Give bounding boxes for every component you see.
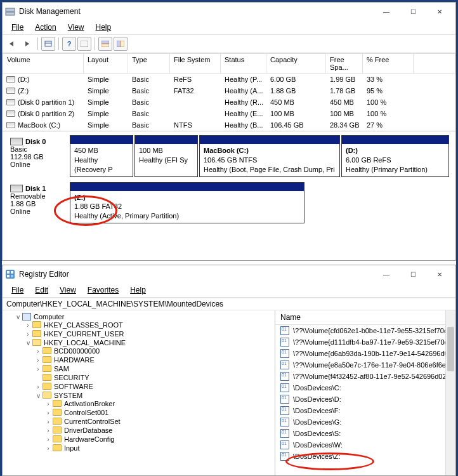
values-scrollbar[interactable]: [445, 310, 455, 475]
registry-values-pane[interactable]: Name \??\Volume{cfd062e1-b0be-11e7-9e55-…: [275, 310, 455, 475]
reg-menu-file[interactable]: File: [6, 284, 29, 296]
volume-row[interactable]: (Z:)SimpleBasicFAT32Healthy (A...1.88 GB…: [3, 85, 455, 96]
disk-management-window: Disk Management — ☐ ✕ File Action View H…: [2, 2, 456, 261]
tree-bcd[interactable]: ›BCD00000000: [34, 347, 273, 355]
registry-value-row[interactable]: \DosDevices\F:: [275, 405, 455, 416]
dm-titlebar[interactable]: Disk Management — ☐ ✕: [3, 3, 455, 20]
tree-hkcu[interactable]: ›HKEY_CURRENT_USER: [24, 329, 273, 338]
registry-value-row[interactable]: \DosDevices\W:: [275, 439, 455, 451]
tree-driverdatabase[interactable]: ›DriverDatabase: [44, 426, 273, 435]
reg-menubar: File Edit View Favorites Help: [3, 283, 455, 298]
tree-hkcr[interactable]: ›HKEY_CLASSES_ROOT: [24, 321, 273, 329]
reg-minimize-button[interactable]: —: [373, 265, 400, 283]
svg-rect-13: [11, 275, 13, 277]
disk-label[interactable]: Disk 1Removable1.88 GBOnline: [6, 182, 70, 224]
reg-titlebar[interactable]: Registry Editor — ☐ ✕: [3, 265, 455, 283]
tree-sam[interactable]: ›SAM: [34, 364, 273, 373]
menu-view[interactable]: View: [63, 22, 89, 33]
svg-rect-8: [121, 41, 124, 47]
maximize-button[interactable]: ☐: [400, 3, 426, 20]
svg-rect-10: [7, 271, 10, 274]
volume-icon: [6, 88, 15, 94]
tree-activationbroker[interactable]: ›ActivationBroker: [44, 399, 273, 408]
toolbar-btn-1[interactable]: [41, 37, 55, 51]
dm-toolbar: ?: [3, 35, 455, 53]
partition[interactable]: MacBook (C:)106.45 GB NTFSHealthy (Boot,…: [199, 135, 340, 177]
registry-value-row[interactable]: \??\Volume{cfd062e1-b0be-11e7-9e55-3215e…: [275, 325, 455, 336]
disk-management-icon: [5, 6, 15, 17]
registry-value-row[interactable]: \??\Volume{d111dfb4-ba97-11e7-9e59-3215e…: [275, 336, 455, 348]
reg-maximize-button[interactable]: ☐: [400, 265, 426, 283]
menu-action[interactable]: Action: [30, 22, 61, 33]
svg-rect-1: [6, 12, 15, 15]
svg-rect-0: [6, 8, 15, 11]
reg-close-button[interactable]: ✕: [426, 265, 453, 283]
reg-menu-help[interactable]: Help: [125, 284, 151, 296]
menu-help[interactable]: Help: [91, 22, 117, 33]
disk-row: Disk 0Basic112.98 GBOnline450 MBHealthy …: [6, 135, 452, 177]
tree-computer[interactable]: ∨Computer ›HKEY_CLASSES_ROOT ›HKEY_CURRE…: [14, 312, 273, 454]
binary-value-icon: [280, 418, 289, 426]
tree-security[interactable]: SECURITY: [34, 373, 273, 382]
name-column-header[interactable]: Name: [275, 310, 455, 325]
binary-value-icon: [280, 372, 289, 381]
disk-icon: [10, 138, 23, 145]
disk-layout-area: Disk 0Basic112.98 GBOnline450 MBHealthy …: [3, 131, 455, 232]
reg-menu-view[interactable]: View: [55, 284, 81, 296]
binary-value-icon: [280, 326, 289, 335]
reg-menu-edit[interactable]: Edit: [30, 284, 53, 296]
volume-icon: [6, 122, 15, 128]
svg-rect-5: [101, 41, 109, 44]
menu-file[interactable]: File: [6, 22, 29, 33]
svg-rect-11: [11, 271, 13, 274]
reg-title: Registry Editor: [19, 270, 373, 279]
reg-menu-favorites[interactable]: Favorites: [82, 284, 124, 296]
volume-icon: [6, 99, 15, 105]
registry-tree[interactable]: ∨Computer ›HKEY_CLASSES_ROOT ›HKEY_CURRE…: [3, 310, 275, 475]
partition[interactable]: (Z:)1.88 GB FAT32Healthy (Active, Primar…: [70, 182, 304, 224]
volume-row[interactable]: (D:)SimpleBasicReFSHealthy (P...6.00 GB1…: [3, 74, 455, 85]
tree-input[interactable]: ›Input: [44, 444, 273, 453]
binary-value-icon: [280, 338, 289, 347]
tree-software[interactable]: ›SOFTWARE: [34, 382, 273, 391]
registry-value-row[interactable]: \DosDevices\S:: [275, 428, 455, 439]
volume-row[interactable]: (Disk 0 partition 1)SimpleBasicHealthy (…: [3, 96, 455, 108]
tree-hklm[interactable]: ∨HKEY_LOCAL_MACHINE ›BCD00000000 ›HARDWA…: [24, 338, 273, 454]
volume-row[interactable]: MacBook (C:)SimpleBasicNTFSHealthy (B...…: [3, 119, 455, 131]
back-button[interactable]: [5, 37, 19, 51]
binary-value-icon: [280, 440, 289, 449]
partition[interactable]: 100 MBHealthy (EFI Sy: [134, 135, 198, 177]
registry-value-row[interactable]: \??\Volume{d6ab93da-190b-11e7-9e14-54269…: [275, 348, 455, 359]
registry-value-row[interactable]: \DosDevices\Z:: [275, 451, 455, 462]
registry-value-row[interactable]: \??\Volume{e8a50e7c-176e-11e7-9e04-806e6…: [275, 359, 455, 371]
tree-currentcontrolset[interactable]: ›CurrentControlSet: [44, 417, 273, 426]
toolbar-btn-3[interactable]: [98, 37, 112, 51]
minimize-button[interactable]: —: [373, 3, 400, 20]
help-toolbar-button[interactable]: ?: [62, 37, 76, 51]
forward-button[interactable]: [20, 37, 34, 51]
tree-hardware[interactable]: ›HARDWARE: [34, 355, 273, 364]
partition[interactable]: (D:)6.00 GB ReFSHealthy (Primary Partiti…: [341, 135, 449, 177]
tree-hardwareconfig[interactable]: ›HardwareConfig: [44, 435, 273, 444]
volume-table-header[interactable]: Volume Layout Type File System Status Ca…: [3, 53, 455, 74]
registry-editor-icon: [5, 269, 15, 279]
partition[interactable]: 450 MBHealthy (Recovery P: [70, 135, 133, 177]
registry-value-row[interactable]: \??\Volume{f4f32452-af80-11e7-9e52-54269…: [275, 371, 455, 382]
binary-value-icon: [280, 452, 289, 461]
svg-rect-6: [101, 44, 109, 47]
registry-value-row[interactable]: \DosDevices\D:: [275, 393, 455, 405]
registry-value-row[interactable]: \DosDevices\C:: [275, 382, 455, 393]
volume-table: Volume Layout Type File System Status Ca…: [3, 53, 455, 131]
volume-row[interactable]: (Disk 0 partition 2)SimpleBasicHealthy (…: [3, 108, 455, 119]
toolbar-btn-2[interactable]: [77, 37, 91, 51]
toolbar-btn-4[interactable]: [114, 37, 128, 51]
tree-system[interactable]: ∨SYSTEM ›ActivationBroker ›ControlSet001…: [34, 391, 273, 453]
binary-value-icon: [280, 429, 289, 438]
close-button[interactable]: ✕: [426, 3, 453, 20]
tree-controlset001[interactable]: ›ControlSet001: [44, 408, 273, 417]
disk-label[interactable]: Disk 0Basic112.98 GBOnline: [6, 135, 70, 177]
address-bar[interactable]: Computer\HKEY_LOCAL_MACHINE\SYSTEM\Mount…: [3, 298, 455, 310]
svg-rect-12: [7, 275, 10, 277]
svg-rect-7: [117, 41, 121, 47]
registry-value-row[interactable]: \DosDevices\G:: [275, 416, 455, 428]
